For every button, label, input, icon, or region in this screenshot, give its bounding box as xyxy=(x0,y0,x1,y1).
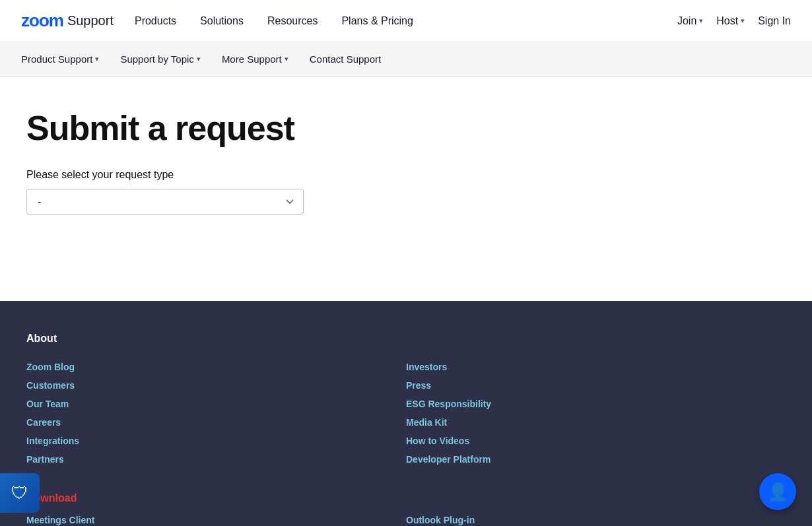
nav-join-label: Join xyxy=(677,15,696,27)
nav-host[interactable]: Host ▾ xyxy=(716,15,745,27)
footer-link-meetings-client[interactable]: Meetings Client xyxy=(26,515,94,525)
footer-download-label: Download xyxy=(26,492,786,504)
nav-resources[interactable]: Resources xyxy=(267,15,318,27)
footer-link-press[interactable]: Press xyxy=(406,380,431,391)
footer: About Zoom Blog Customers Our Team Caree… xyxy=(0,301,812,526)
nav-join[interactable]: Join ▾ xyxy=(677,15,703,27)
secondary-navigation: Product Support ▾ Support by Topic ▾ Mor… xyxy=(0,42,812,77)
support-by-topic-label: Support by Topic xyxy=(120,53,193,65)
nav-plans-pricing[interactable]: Plans & Pricing xyxy=(341,15,413,27)
footer-link-developer-platform[interactable]: Developer Platform xyxy=(406,454,491,465)
top-nav-links: Products Solutions Resources Plans & Pri… xyxy=(135,15,677,27)
footer-download-left: Meetings Client xyxy=(26,511,406,526)
nav-contact-support[interactable]: Contact Support xyxy=(310,53,381,65)
footer-about-label: About xyxy=(26,333,786,345)
footer-link-partners[interactable]: Partners xyxy=(26,454,64,465)
chat-icon: 👤 xyxy=(767,482,788,502)
shield-icon: 🛡 xyxy=(11,483,28,504)
nav-sign-in[interactable]: Sign In xyxy=(758,15,791,27)
contact-support-label: Contact Support xyxy=(310,53,381,65)
footer-download-right: Outlook Plug-in xyxy=(406,511,786,526)
footer-link-how-to-videos[interactable]: How to Videos xyxy=(406,436,469,446)
product-support-label: Product Support xyxy=(21,53,92,65)
nav-host-label: Host xyxy=(716,15,738,27)
security-badge[interactable]: 🛡 xyxy=(0,473,40,513)
support-by-topic-chevron-icon: ▾ xyxy=(197,55,201,63)
request-type-label: Please select your request type xyxy=(26,169,786,181)
footer-link-investors[interactable]: Investors xyxy=(406,362,447,372)
footer-link-integrations[interactable]: Integrations xyxy=(26,436,79,446)
request-type-select[interactable]: - Billing Technical Support Account xyxy=(26,189,304,214)
footer-link-careers[interactable]: Careers xyxy=(26,417,61,428)
footer-link-esg[interactable]: ESG Responsibility xyxy=(406,399,491,409)
footer-link-zoom-blog[interactable]: Zoom Blog xyxy=(26,362,75,372)
product-support-chevron-icon: ▾ xyxy=(95,55,99,63)
nav-solutions[interactable]: Solutions xyxy=(200,15,244,27)
nav-sign-in-label: Sign In xyxy=(758,15,791,27)
nav-product-support[interactable]: Product Support ▾ xyxy=(21,53,99,65)
zoom-logo-text: zoom xyxy=(21,11,63,31)
join-chevron-icon: ▾ xyxy=(699,16,703,25)
footer-link-outlook-plugin[interactable]: Outlook Plug-in xyxy=(406,515,475,525)
chat-fab-button[interactable]: 👤 xyxy=(759,473,796,510)
footer-link-media-kit[interactable]: Media Kit xyxy=(406,417,447,428)
nav-support-by-topic[interactable]: Support by Topic ▾ xyxy=(120,53,200,65)
more-support-label: More Support xyxy=(222,53,282,65)
logo[interactable]: zoom Support xyxy=(21,11,114,31)
footer-right-links: Investors Press ESG Responsibility Media… xyxy=(406,358,786,469)
top-navigation: zoom Support Products Solutions Resource… xyxy=(0,0,812,42)
footer-link-our-team[interactable]: Our Team xyxy=(26,399,69,409)
page-title: Submit a request xyxy=(26,108,786,148)
more-support-chevron-icon: ▾ xyxy=(285,55,288,63)
footer-left-links: Zoom Blog Customers Our Team Careers Int… xyxy=(26,358,406,469)
main-content: Submit a request Please select your requ… xyxy=(0,77,812,301)
top-nav-right: Join ▾ Host ▾ Sign In xyxy=(677,15,791,27)
footer-link-customers[interactable]: Customers xyxy=(26,380,75,391)
footer-download-links-grid: Meetings Client Outlook Plug-in xyxy=(26,511,786,526)
support-logo-text: Support xyxy=(67,13,114,28)
nav-products[interactable]: Products xyxy=(135,15,176,27)
footer-links-grid: Zoom Blog Customers Our Team Careers Int… xyxy=(26,358,786,469)
nav-more-support[interactable]: More Support ▾ xyxy=(222,53,288,65)
host-chevron-icon: ▾ xyxy=(741,16,745,25)
